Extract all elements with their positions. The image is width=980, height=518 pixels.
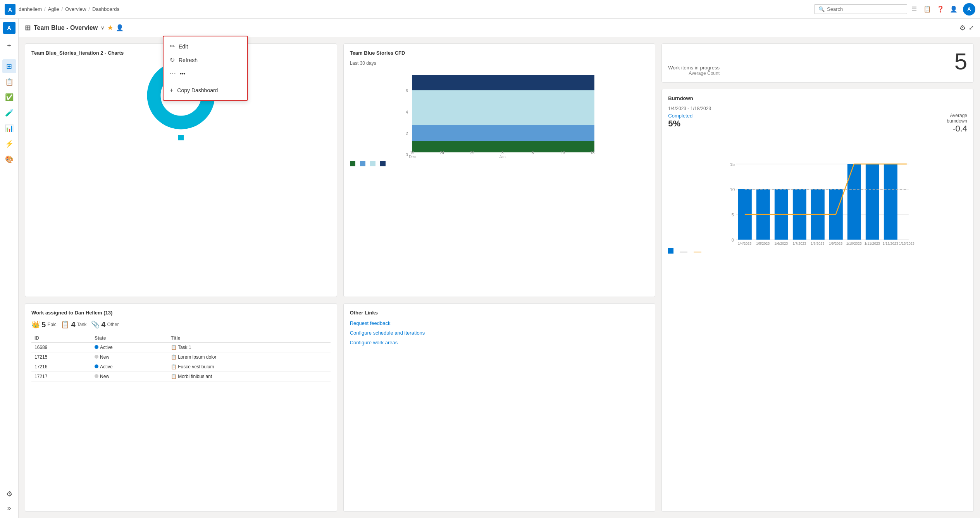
burndown-legend-blue — [668, 248, 673, 254]
edit-label: Edit — [179, 43, 188, 50]
copy-icon: + — [170, 87, 173, 94]
sidebar-item-queries[interactable]: 🧪 — [2, 106, 16, 120]
burndown-legend-orange — [694, 252, 701, 252]
cfd-legend-lightblue — [370, 161, 375, 166]
row-state: Active — [91, 342, 168, 352]
dashboard-person-icon[interactable]: 👤 — [116, 24, 124, 31]
svg-text:1/10/2023: 1/10/2023 — [846, 242, 862, 245]
state-dot — [95, 345, 98, 349]
dashboard-content: Team Blue_Stories_Iteration 2 - Charts 1… — [19, 37, 980, 518]
sidebar-item-pipelines[interactable]: ⚡ — [2, 137, 16, 151]
burndown-chart: 0 5 10 15 — [668, 137, 967, 245]
col-state: State — [91, 334, 168, 343]
row-title: 📋 Lorem ipsum dolor — [168, 352, 331, 362]
breadcrumb-project[interactable]: Agile — [48, 6, 59, 12]
dashboard-star-icon[interactable]: ★ — [107, 24, 113, 31]
work-items-label-area: Work items in progress Average Count — [668, 65, 720, 76]
sidebar-item-boards[interactable]: ⊞ — [2, 59, 16, 73]
more-button[interactable]: ⋯ ••• — [164, 67, 247, 80]
configure-work-areas-link[interactable]: Configure work areas — [350, 340, 649, 345]
breadcrumb-area[interactable]: Dashboards — [92, 6, 119, 12]
burndown-avg: Averageburndown -0.4 — [947, 113, 967, 134]
sidebar-item-sprints[interactable]: ✅ — [2, 90, 16, 104]
edit-button[interactable]: ✏ Edit — [164, 40, 247, 53]
work-items-widget: Work items in progress Average Count 5 — [661, 43, 974, 83]
svg-text:0: 0 — [405, 152, 408, 157]
list-icon[interactable]: ☰ — [910, 5, 918, 13]
right-column: Work items in progress Average Count 5 B… — [661, 43, 974, 512]
svg-rect-37 — [884, 164, 897, 240]
svg-text:4: 4 — [405, 110, 408, 114]
svg-text:Dec: Dec — [409, 155, 416, 159]
sidebar-item-backlog[interactable]: 📋 — [2, 75, 16, 89]
refresh-button[interactable]: ↻ Refresh — [164, 53, 247, 67]
svg-text:5: 5 — [732, 212, 734, 217]
search-input[interactable] — [827, 6, 903, 12]
work-items-number: 5 — [954, 50, 967, 73]
row-id: 17217 — [31, 371, 91, 381]
other-count: 4 — [101, 320, 105, 329]
dashboard-chevron[interactable]: ∨ — [101, 25, 104, 31]
sidebar-add[interactable]: + — [2, 39, 16, 53]
breadcrumb-org[interactable]: danhellem — [19, 6, 42, 12]
breadcrumb-section[interactable]: Overview — [65, 6, 86, 12]
configure-schedule-link[interactable]: Configure schedule and iterations — [350, 330, 649, 336]
avatar[interactable]: A — [963, 3, 975, 16]
burndown-legend-gray — [680, 252, 687, 252]
svg-text:10: 10 — [730, 187, 735, 192]
dashboard-title: Team Blue - Overview — [34, 24, 98, 31]
epic-icon: 👑 — [31, 320, 40, 329]
breadcrumb-sep1: / — [44, 6, 46, 12]
cfd-subtitle: Last 30 days — [350, 60, 649, 66]
cfd-chart: 0 2 4 6 19 Dec 24 29 — [350, 69, 649, 158]
dashboard-header: ⊞ Team Blue - Overview ∨ ★ 👤 ⚙ ⤢ — [19, 19, 980, 37]
app-logo[interactable]: A — [5, 4, 16, 15]
svg-rect-10 — [412, 90, 594, 125]
nav-icons: ☰ 📋 ❓ 👤 A — [910, 3, 975, 16]
breadcrumb-sep2: / — [62, 6, 63, 12]
svg-text:1/6/2023: 1/6/2023 — [775, 242, 788, 245]
user-icon[interactable]: 👤 — [950, 5, 958, 13]
sidebar-collapse-icon[interactable]: » — [2, 501, 16, 515]
epic-label: Epic — [47, 322, 56, 327]
burndown-stats: Completed 5% Averageburndown -0.4 — [668, 113, 967, 134]
task-label: Task — [77, 322, 87, 327]
sidebar-settings-icon[interactable]: ⚙ — [2, 487, 16, 501]
sidebar-item-artifacts[interactable]: 🎨 — [2, 152, 16, 166]
dashboard-title-area: ⊞ Team Blue - Overview ∨ ★ 👤 — [25, 24, 124, 32]
dropdown-menu: ✏ Edit ↻ Refresh ⋯ ••• + Copy Dashboard — [163, 36, 248, 101]
copy-dashboard-button[interactable]: + Copy Dashboard — [164, 84, 247, 97]
assigned-epic: 👑 5 Epic — [31, 320, 56, 329]
assigned-widget: Work assigned to Dan Hellem (13) 👑 5 Epi… — [25, 303, 337, 512]
assigned-summary: 👑 5 Epic 📋 4 Task 📎 4 Other — [31, 320, 331, 329]
row-title: 📋 Task 1 — [168, 342, 331, 352]
svg-text:13: 13 — [561, 151, 565, 155]
table-row: 17216 Active 📋 Fusce vestibulum — [31, 362, 331, 371]
work-items-subtitle: Average Count — [668, 71, 720, 76]
row-id: 16689 — [31, 342, 91, 352]
cfd-legend-blue — [360, 161, 365, 166]
help-icon[interactable]: ❓ — [937, 5, 944, 13]
burndown-legend — [668, 248, 967, 254]
svg-text:1/8/2023: 1/8/2023 — [811, 242, 825, 245]
svg-text:A: A — [8, 7, 12, 13]
svg-text:1/12/2023: 1/12/2023 — [883, 242, 898, 245]
request-feedback-link[interactable]: Request feedback — [350, 320, 649, 326]
svg-text:24: 24 — [440, 151, 444, 155]
search-box[interactable]: 🔍 — [814, 4, 907, 14]
assigned-other: 📎 4 Other — [91, 320, 119, 329]
copy-label: Copy Dashboard — [177, 87, 218, 93]
cfd-title: Team Blue Stories CFD — [350, 50, 649, 56]
dashboard-expand-icon[interactable]: ⤢ — [969, 24, 974, 31]
other-icon: 📎 — [91, 320, 100, 329]
sidebar-item-analytics[interactable]: 📊 — [2, 121, 16, 135]
row-title: 📋 Morbi finibus ant — [168, 371, 331, 381]
task-icon: 📋 — [61, 320, 69, 329]
clipboard-icon[interactable]: 📋 — [923, 5, 931, 13]
svg-text:1/7/2023: 1/7/2023 — [793, 242, 806, 245]
breadcrumb-sep3: / — [88, 6, 90, 12]
edit-icon: ✏ — [170, 43, 175, 50]
task-count: 4 — [71, 320, 75, 329]
cfd-legend-navy — [380, 161, 386, 166]
dashboard-settings-icon[interactable]: ⚙ — [959, 24, 966, 32]
